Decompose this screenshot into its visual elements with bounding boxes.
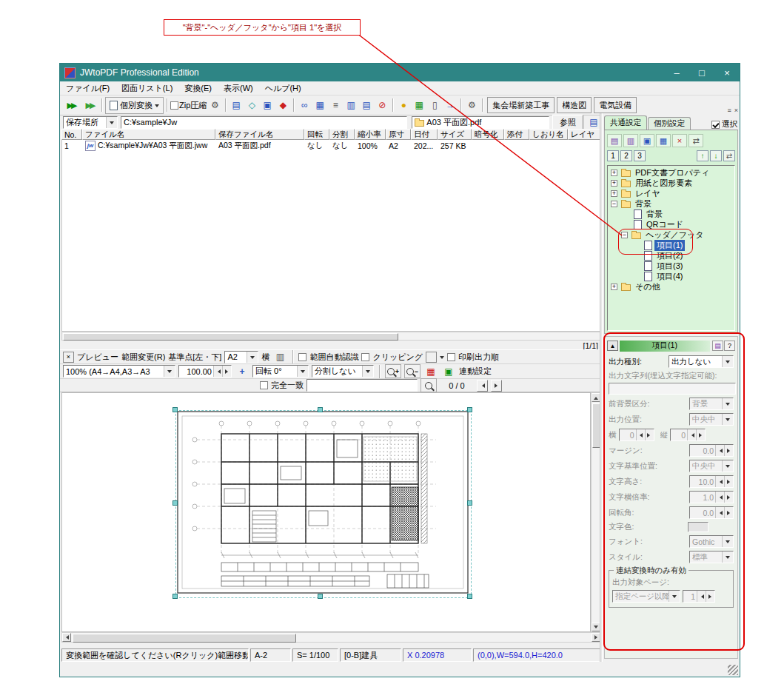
convert-all-icon[interactable]: ▶▶ — [62, 98, 80, 113]
selection-handle[interactable] — [467, 594, 472, 599]
tree-item-item2[interactable]: 項目(2) — [608, 250, 734, 261]
next-result-icon[interactable] — [491, 380, 502, 392]
tab-common-settings[interactable]: 共通設定 — [604, 115, 647, 130]
convert-selected-icon[interactable]: ▶▶ — [81, 98, 98, 113]
send-icon[interactable]: → — [443, 98, 458, 113]
chevron-down-icon[interactable] — [669, 591, 680, 602]
col-no[interactable]: No. — [61, 129, 82, 140]
print-icon[interactable]: ▥ — [272, 349, 287, 364]
location-select[interactable]: 保存場所 — [63, 116, 118, 129]
fg-bg-select[interactable]: 背景 — [689, 398, 734, 410]
thumbnail-view-icon[interactable]: ▦ — [312, 98, 327, 113]
selection-handle[interactable] — [467, 407, 472, 412]
detail-view-icon[interactable]: ▥ — [344, 98, 358, 113]
chevron-down-icon[interactable] — [297, 366, 308, 377]
output-text-input[interactable] — [609, 383, 736, 395]
print-order-checkbox[interactable] — [447, 353, 455, 361]
expand-icon[interactable]: + — [611, 190, 617, 197]
paper-size-select[interactable]: A2 — [224, 351, 258, 363]
split-select[interactable]: 分割しない — [312, 365, 374, 378]
zoom-out-icon[interactable]: − — [404, 364, 421, 378]
margin-spinner[interactable]: 0.0 — [689, 444, 734, 457]
spin-left-icon[interactable] — [715, 445, 724, 456]
clip-shape-icon[interactable] — [426, 352, 437, 363]
trash-icon[interactable]: ▯ — [427, 98, 442, 113]
delete-settings-icon[interactable]: × — [672, 134, 687, 147]
property-view-icon[interactable]: ▤ — [359, 98, 374, 113]
export-settings-icon[interactable]: ▥ — [623, 134, 638, 147]
file-table-body[interactable]: 1 jw C:¥sample¥Jw¥A03 平面図.jww A03 平面図.pd… — [61, 140, 601, 332]
new-doc-icon[interactable]: ▤ — [229, 98, 244, 113]
expand-icon[interactable]: + — [611, 284, 617, 290]
tree-item-background-folder[interactable]: − 背景 — [608, 198, 734, 209]
col-layer[interactable]: レイヤ — [568, 129, 601, 140]
chevron-down-icon[interactable] — [722, 551, 733, 563]
zip-checkbox[interactable] — [170, 101, 178, 110]
chevron-down-icon[interactable] — [164, 366, 175, 377]
table-row[interactable]: 1 jw C:¥sample¥Jw¥A03 平面図.jww A03 平面図.pd… — [62, 140, 600, 151]
tree-item-item1[interactable]: 項目(1) — [608, 240, 734, 250]
style-select[interactable]: 標準 — [689, 551, 734, 563]
text-color-swatch[interactable] — [688, 522, 708, 532]
text-height-spinner[interactable]: 10.0 — [689, 475, 734, 488]
col-size[interactable]: サイズ — [438, 129, 472, 140]
search-input[interactable] — [306, 379, 418, 392]
tree-item-others[interactable]: + その他 — [608, 281, 734, 292]
selection-box[interactable] — [175, 410, 472, 598]
selection-handle[interactable] — [172, 594, 178, 599]
chevron-down-icon[interactable] — [247, 352, 258, 363]
col-attach[interactable]: 添付 — [504, 129, 529, 140]
project-button-2[interactable]: 構造図 — [557, 97, 592, 113]
clipping-checkbox[interactable] — [361, 353, 369, 361]
close-button[interactable]: × — [714, 64, 740, 81]
list-view-icon[interactable]: ≡ — [328, 98, 343, 113]
col-encrypt[interactable]: 暗号化 — [472, 129, 504, 140]
menu-view[interactable]: 表示(W) — [218, 81, 259, 95]
tree-item-background[interactable]: 背景 — [608, 209, 734, 219]
collapse-icon[interactable]: − — [611, 201, 617, 207]
spin-left-icon[interactable] — [687, 429, 696, 440]
scale-spinner[interactable]: 100.00 — [178, 365, 232, 378]
col-rotation[interactable]: 回転 — [304, 129, 329, 140]
open-file-icon[interactable]: ▤ — [586, 115, 601, 130]
col-split[interactable]: 分割 — [329, 129, 355, 140]
tree-item-item4[interactable]: 項目(4) — [608, 271, 734, 281]
selection-handle[interactable] — [318, 407, 323, 412]
chevron-down-icon[interactable] — [722, 460, 733, 472]
output-position-select[interactable]: 中央中 — [689, 413, 734, 426]
pan-icon[interactable]: + — [235, 364, 249, 379]
note-icon[interactable]: ▤ — [712, 341, 723, 351]
minimize-button[interactable]: – — [664, 64, 689, 81]
menu-help[interactable]: ヘルプ(H) — [259, 81, 307, 95]
menu-file[interactable]: ファイル(F) — [60, 81, 115, 95]
collapse-panel-icon[interactable]: ▲ — [607, 341, 618, 351]
settings-gear-icon[interactable]: ⚙ — [464, 98, 479, 113]
preview-canvas[interactable] — [61, 392, 591, 632]
chevron-down-icon[interactable] — [722, 398, 733, 409]
spin-left-icon[interactable] — [715, 507, 724, 518]
move-up-icon[interactable]: ↑ — [697, 150, 708, 161]
expand-icon[interactable]: + — [611, 180, 617, 187]
rotate-select[interactable]: 回転 0° — [252, 365, 309, 378]
page-button-2[interactable]: 2 — [620, 150, 632, 161]
move-down-icon[interactable]: ↓ — [710, 150, 722, 161]
spin-right-icon[interactable] — [222, 366, 231, 377]
spin-right-icon[interactable] — [724, 507, 733, 518]
option-icon[interactable]: ◇ — [244, 98, 259, 113]
chevron-down-icon[interactable] — [722, 536, 733, 547]
image-icon[interactable]: ▣ — [441, 364, 456, 379]
zip-gear-icon[interactable]: ⚙ — [207, 98, 222, 113]
menu-convert[interactable]: 変換(E) — [178, 81, 218, 95]
prev-result-icon[interactable] — [477, 380, 488, 392]
output-type-select[interactable]: 出力しない — [669, 355, 734, 368]
import-settings-icon[interactable]: ▤ — [607, 134, 622, 147]
maximize-button[interactable]: □ — [689, 64, 714, 81]
browse-button[interactable]: 参照 — [552, 115, 583, 130]
resize-grip[interactable] — [728, 665, 738, 675]
tree-item-paper-elements[interactable]: + 用紙と図形要素 — [608, 178, 734, 188]
chevron-down-icon[interactable] — [440, 356, 444, 361]
col-paper[interactable]: 原寸 — [386, 129, 411, 140]
col-date[interactable]: 日付 — [411, 129, 438, 140]
text-width-ratio-spinner[interactable]: 1.0 — [689, 491, 734, 503]
page-button-1[interactable]: 1 — [607, 150, 619, 161]
